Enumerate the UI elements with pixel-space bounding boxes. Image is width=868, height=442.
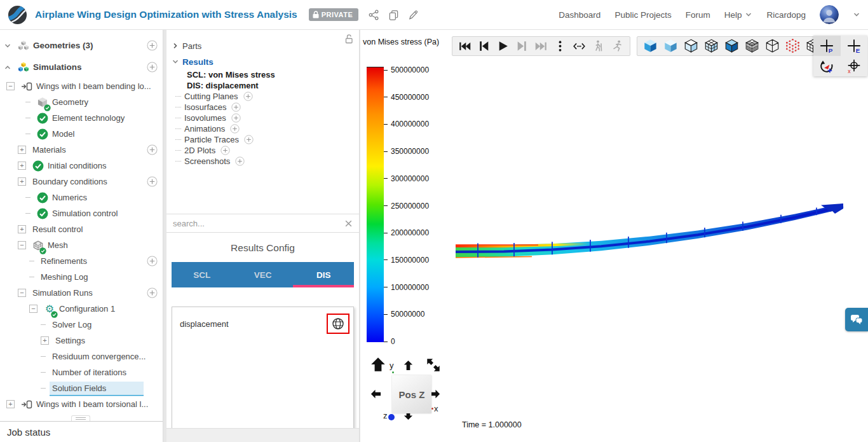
post-tree-item-cutting-planes[interactable]: Cutting Planes <box>166 91 359 102</box>
tree-item-simulation-control[interactable]: Simulation control <box>0 205 163 221</box>
cube-solid-icon[interactable] <box>724 39 739 53</box>
add-2d-plots-button[interactable] <box>220 146 230 155</box>
post-tree-item-isosurfaces[interactable]: Isosurfaces <box>166 102 359 113</box>
menu-dots-icon[interactable] <box>553 39 567 53</box>
rotate-left-icon[interactable] <box>370 388 382 400</box>
center-axis-button[interactable]: x <box>841 56 868 76</box>
add-isosurfaces-button[interactable] <box>231 102 241 112</box>
tree-item-wings-with-i-beam-torsional-l[interactable]: +Wings with I beam torsional l... <box>0 396 163 412</box>
tree-item-simulations[interactable]: Simulations <box>0 59 163 75</box>
tree-item-mesh[interactable]: −Mesh <box>0 237 163 253</box>
tree-item-number-of-iterations[interactable]: Number of iterations <box>0 364 163 380</box>
clear-search-icon[interactable] <box>344 219 353 228</box>
user-avatar[interactable] <box>820 5 839 24</box>
job-status-bar[interactable]: Job status <box>0 421 163 442</box>
tree-item-solver-log[interactable]: Solver Log <box>0 317 163 333</box>
expand-box-icon[interactable]: + <box>18 146 26 154</box>
search-input[interactable] <box>173 219 344 228</box>
tree-item-element-technology[interactable]: Element technology <box>0 110 163 126</box>
add-button[interactable] <box>147 176 158 187</box>
pan-up-icon[interactable] <box>370 357 386 372</box>
tree-item-simulation-runs[interactable]: −Simulation Runs <box>0 285 163 301</box>
probe-element-button[interactable]: E <box>841 36 868 56</box>
add-button[interactable] <box>147 256 158 266</box>
chev-up-icon[interactable] <box>4 64 11 71</box>
post-tree-item-dis-displacement[interactable]: DIS: displacement <box>166 80 359 91</box>
chevron-down-icon[interactable] <box>853 11 860 18</box>
post-tree-item-particle-traces[interactable]: Particle Traces <box>166 134 359 145</box>
add-button[interactable] <box>147 62 158 73</box>
post-tree-item-2d-plots[interactable]: 2D Plots <box>166 145 359 156</box>
tree-item-numerics[interactable]: Numerics <box>0 190 163 205</box>
tree-item-result-control[interactable]: +Result control <box>0 221 163 237</box>
panel-collapse-handle[interactable] <box>71 415 90 421</box>
nav-item-help[interactable]: Help <box>724 10 753 20</box>
tree-item-geometries-3[interactable]: Geometries (3) <box>0 38 163 53</box>
tab-scl[interactable]: SCL <box>172 262 233 287</box>
chev-right-icon[interactable] <box>172 42 179 50</box>
cube-shaded-icon[interactable] <box>643 39 658 53</box>
cube-points-icon[interactable] <box>785 39 800 53</box>
tree-item-meshing-log[interactable]: Meshing Log <box>0 269 163 285</box>
tab-vec[interactable]: VEC <box>233 262 294 287</box>
skip-start-icon[interactable] <box>458 39 471 53</box>
tree-item-geometry[interactable]: Geometry <box>0 94 163 110</box>
add-screenshots-button[interactable] <box>235 156 245 166</box>
edit-icon[interactable] <box>408 10 419 20</box>
post-tree-item-isovolumes[interactable]: Isovolumes <box>166 113 359 123</box>
cube-surface-icon[interactable] <box>684 39 698 53</box>
rotate-reset-button[interactable] <box>813 56 841 76</box>
post-tree-item-parts[interactable]: Parts <box>166 38 359 54</box>
collapse-box-icon[interactable]: − <box>29 305 37 313</box>
post-tree-item-results[interactable]: Results <box>166 54 359 69</box>
collapse-box-icon[interactable]: − <box>18 289 26 297</box>
tree-item-materials[interactable]: +Materials <box>0 142 163 158</box>
add-cutting-planes-button[interactable] <box>243 92 253 101</box>
cube-smooth-icon[interactable] <box>663 39 678 53</box>
collapse-box-icon[interactable]: − <box>6 82 15 90</box>
post-tree-item-animations[interactable]: Animations <box>166 123 359 134</box>
step-back-icon[interactable] <box>477 39 491 53</box>
collapse-box-icon[interactable]: − <box>18 241 26 249</box>
tree-item-initial-conditions[interactable]: +Initial conditions <box>0 158 163 174</box>
expand-box-icon[interactable]: + <box>41 336 49 345</box>
expand-box-icon[interactable]: + <box>18 225 26 233</box>
tree-item-settings[interactable]: +Settings <box>0 333 163 349</box>
play-icon[interactable] <box>496 39 510 53</box>
expand-box-icon[interactable]: + <box>18 177 26 186</box>
post-tree-item-scl-von-mises-stress[interactable]: SCL: von Mises stress <box>166 69 359 80</box>
time-range-icon[interactable] <box>573 39 586 53</box>
expand-box-icon[interactable]: + <box>18 162 26 170</box>
add-button[interactable] <box>147 287 158 298</box>
nav-item-dashboard[interactable]: Dashboard <box>559 10 600 20</box>
viewer-3d[interactable]: von Mises stress (Pa) 500000000450000000… <box>360 30 868 442</box>
tree-item-solution-fields[interactable]: Solution Fields <box>0 380 163 396</box>
support-chat-button[interactable] <box>845 308 868 331</box>
cube-surface-mesh-icon[interactable] <box>704 39 719 53</box>
add-isovolumes-button[interactable] <box>231 113 241 123</box>
post-tree-item-screenshots[interactable]: Screenshots <box>166 156 359 167</box>
tree-item-refinements[interactable]: Refinements <box>0 253 163 269</box>
add-animations-button[interactable] <box>230 124 240 134</box>
walk-icon[interactable] <box>592 39 605 53</box>
share-icon[interactable] <box>369 10 379 20</box>
skip-end-icon[interactable] <box>534 39 548 53</box>
tree-item-boundary-conditions[interactable]: +Boundary conditions <box>0 174 163 190</box>
rotate-up-icon[interactable] <box>402 359 414 371</box>
add-button[interactable] <box>147 40 158 51</box>
view-cube-face[interactable]: Pos Z <box>392 375 431 413</box>
add-button[interactable] <box>147 144 158 155</box>
chev-down-icon[interactable] <box>4 42 11 50</box>
globe-icon[interactable] <box>332 317 344 330</box>
run-icon[interactable] <box>611 39 624 53</box>
probe-point-button[interactable]: P <box>813 36 841 56</box>
cube-mesh-icon[interactable] <box>745 39 759 53</box>
nav-item-forum[interactable]: Forum <box>686 10 710 20</box>
step-forward-icon[interactable] <box>515 39 529 53</box>
nav-item-public-projects[interactable]: Public Projects <box>614 10 671 20</box>
nav-item-ricardopg[interactable]: Ricardopg <box>766 10 806 20</box>
tree-item-model[interactable]: Model <box>0 126 163 142</box>
chev-down-icon[interactable] <box>172 58 179 66</box>
add-particle-traces-button[interactable] <box>244 135 254 144</box>
tab-dis[interactable]: DIS <box>293 262 354 287</box>
